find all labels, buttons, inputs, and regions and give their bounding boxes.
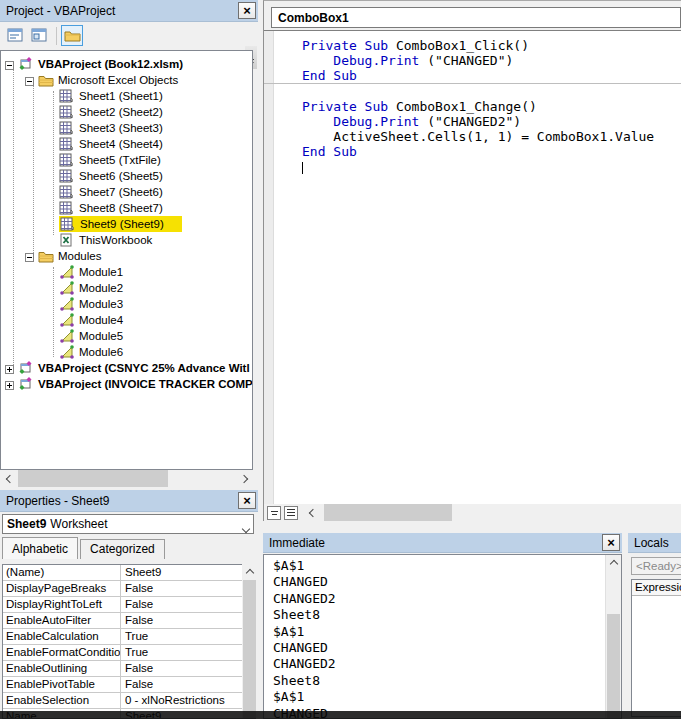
- tree-item[interactable]: Module4: [1, 312, 252, 328]
- close-icon[interactable]: ×: [602, 534, 620, 551]
- locals-titlebar[interactable]: Locals: [628, 533, 681, 553]
- tree-item[interactable]: Module5: [1, 328, 252, 344]
- properties-object-selector[interactable]: Sheet9 Worksheet: [2, 514, 254, 534]
- view-code-button[interactable]: [4, 25, 26, 46]
- property-row: EnableCalculationTrue: [3, 629, 255, 645]
- scrollbar-thumb[interactable]: [243, 580, 256, 718]
- property-row: EnableFormatConditionsTrue: [3, 645, 255, 661]
- tree-item-label: Sheet3 (Sheet3): [79, 121, 163, 135]
- property-value[interactable]: False: [121, 597, 255, 612]
- procedure-view-button[interactable]: [267, 506, 281, 520]
- tree-item[interactable]: Sheet9 (Sheet9): [1, 216, 252, 232]
- tree-item[interactable]: Sheet1 (Sheet1): [1, 88, 252, 104]
- code-keyword: End Sub: [302, 144, 357, 159]
- property-name[interactable]: EnableCalculation: [3, 629, 121, 644]
- immediate-titlebar[interactable]: Immediate ×: [263, 533, 622, 553]
- tree-item[interactable]: VBAProject (Book12.xlsm): [1, 56, 252, 72]
- scrollbar-thumb[interactable]: [607, 614, 620, 718]
- object-dropdown[interactable]: ComboBox1: [271, 7, 681, 28]
- collapse-minus-icon[interactable]: [25, 252, 34, 261]
- folder-icon: [38, 73, 54, 87]
- property-name[interactable]: (Name): [3, 565, 121, 580]
- tree-item[interactable]: Module3: [1, 296, 252, 312]
- tree-item[interactable]: VBAProject (CSNYC 25% Advance Witl: [1, 360, 252, 376]
- scroll-left-icon[interactable]: [1, 470, 18, 487]
- tab-alphabetic[interactable]: Alphabetic: [2, 537, 78, 559]
- property-row: DisplayPageBreaksFalse: [3, 581, 255, 597]
- tree-item[interactable]: Module2: [1, 280, 252, 296]
- project-panel-title: Project - VBAProject: [6, 4, 115, 18]
- property-name[interactable]: EnableAutoFilter: [3, 613, 121, 628]
- properties-panel-titlebar[interactable]: Properties - Sheet9 ×: [0, 490, 258, 512]
- tree-item[interactable]: Sheet8 (Sheet7): [1, 200, 252, 216]
- property-name[interactable]: EnableOutlining: [3, 661, 121, 676]
- tree-item[interactable]: Sheet7 (Sheet6): [1, 184, 252, 200]
- folder-icon: [38, 249, 54, 263]
- project-panel-titlebar[interactable]: Project - VBAProject ×: [0, 0, 258, 22]
- property-name[interactable]: EnablePivotTable: [3, 677, 121, 692]
- tree-item[interactable]: Sheet4 (Sheet4): [1, 136, 252, 152]
- project-horizontal-scrollbar[interactable]: [1, 470, 252, 487]
- property-value[interactable]: False: [121, 677, 255, 692]
- scroll-left-icon[interactable]: [304, 504, 321, 521]
- tree-item-label: Sheet8 (Sheet7): [79, 201, 163, 215]
- tree-item[interactable]: Modules: [1, 248, 252, 264]
- collapse-minus-icon[interactable]: [25, 76, 34, 85]
- property-value[interactable]: True: [121, 645, 255, 660]
- property-value[interactable]: False: [121, 613, 255, 628]
- code-horizontal-scrollbar[interactable]: [304, 504, 681, 521]
- immediate-vertical-scrollbar[interactable]: [605, 555, 621, 718]
- code-editor-area[interactable]: Private Sub ComboBox1_Click() Debug.Prin…: [264, 30, 681, 504]
- code-text: [302, 53, 333, 68]
- close-icon[interactable]: ×: [238, 2, 256, 19]
- property-value[interactable]: True: [121, 629, 255, 644]
- tree-item[interactable]: ThisWorkbook: [1, 232, 252, 248]
- tab-categorized[interactable]: Categorized: [80, 539, 165, 559]
- locals-status: <Ready>: [631, 557, 681, 575]
- tree-item[interactable]: Sheet5 (TxtFile): [1, 152, 252, 168]
- module-icon: [59, 329, 75, 343]
- full-module-view-button[interactable]: [284, 506, 298, 520]
- tree-item-label: ThisWorkbook: [79, 233, 152, 247]
- property-name[interactable]: DisplayRightToLeft: [3, 597, 121, 612]
- scroll-up-icon[interactable]: [606, 555, 621, 570]
- properties-vertical-scrollbar[interactable]: [242, 564, 257, 718]
- property-value[interactable]: 0 - xlNoRestrictions: [121, 693, 255, 708]
- view-object-button[interactable]: [28, 25, 50, 46]
- worksheet-icon: [59, 137, 75, 151]
- collapse-minus-icon[interactable]: [5, 60, 14, 69]
- project-tree[interactable]: VBAProject (Book12.xlsm)Microsoft Excel …: [0, 50, 253, 470]
- scrollbar-thumb[interactable]: [324, 504, 452, 521]
- tree-item[interactable]: Microsoft Excel Objects: [1, 72, 252, 88]
- module-icon: [59, 297, 75, 311]
- code-keyword: Debug.Print: [333, 53, 419, 68]
- tree-item[interactable]: Module6: [1, 344, 252, 360]
- expand-plus-icon[interactable]: [5, 380, 14, 389]
- property-value[interactable]: False: [121, 581, 255, 596]
- property-name[interactable]: EnableSelection: [3, 693, 121, 708]
- expand-plus-icon[interactable]: [5, 364, 14, 373]
- scroll-up-icon[interactable]: [242, 564, 257, 579]
- toggle-folders-button[interactable]: [61, 25, 83, 46]
- tree-item[interactable]: Sheet6 (Sheet5): [1, 168, 252, 184]
- property-row: (Name)Sheet9: [3, 565, 255, 581]
- scroll-right-icon[interactable]: [235, 470, 252, 487]
- code-line: Private Sub ComboBox1_Click(): [274, 38, 681, 53]
- tree-item-label: VBAProject (CSNYC 25% Advance Witl: [38, 361, 250, 375]
- property-name[interactable]: EnableFormatConditions: [3, 645, 121, 660]
- immediate-line: CHANGED2: [273, 591, 605, 607]
- tree-item-label: Modules: [58, 249, 101, 263]
- close-icon[interactable]: ×: [238, 492, 256, 509]
- property-value[interactable]: False: [121, 661, 255, 676]
- tree-item[interactable]: VBAProject (INVOICE TRACKER COMPR: [1, 376, 252, 392]
- property-value[interactable]: Sheet9: [121, 565, 255, 580]
- scrollbar-thumb[interactable]: [18, 470, 168, 487]
- tree-item[interactable]: Sheet2 (Sheet2): [1, 104, 252, 120]
- vba-project-icon: [18, 361, 34, 375]
- tree-item[interactable]: Sheet3 (Sheet3): [1, 120, 252, 136]
- property-row: EnablePivotTableFalse: [3, 677, 255, 693]
- property-name[interactable]: DisplayPageBreaks: [3, 581, 121, 596]
- immediate-content[interactable]: $A$1CHANGEDCHANGED2Sheet8$A$1CHANGEDCHAN…: [263, 554, 622, 719]
- tree-item-label: Sheet5 (TxtFile): [79, 153, 161, 167]
- tree-item[interactable]: Module1: [1, 264, 252, 280]
